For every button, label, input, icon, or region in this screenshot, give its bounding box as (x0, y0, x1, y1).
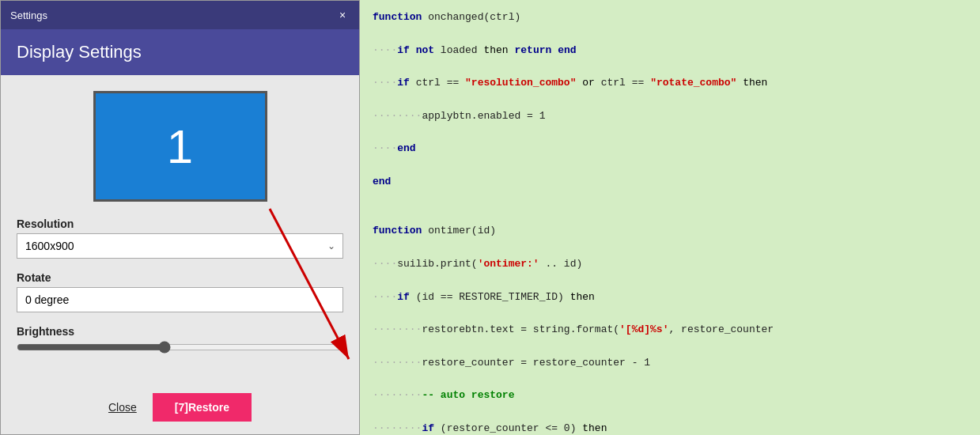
settings-body: 1 Resolution 1600x900 1920x1080 1280x720… (1, 75, 359, 380)
brightness-slider[interactable] (17, 341, 343, 354)
code-line: ········restorebtn.text = string.format(… (373, 322, 967, 339)
code-line: function ontimer(id) (373, 223, 967, 240)
brightness-label: Brightness (17, 325, 343, 338)
code-editor: function onchanged(ctrl) ····if not load… (360, 0, 980, 435)
code-line: function onchanged(ctrl) (373, 9, 967, 26)
code-line: ····if not loaded then return end (373, 43, 967, 59)
window-close-button[interactable]: × (335, 8, 350, 22)
resolution-field-group: Resolution 1600x900 1920x1080 1280x720 1… (17, 218, 343, 259)
resolution-select-container: 1600x900 1920x1080 1280x720 1024x768 ⌄ (17, 233, 343, 259)
close-button[interactable]: Close (108, 401, 137, 414)
rotate-field-group: Rotate (17, 271, 343, 312)
code-line: ········applybtn.enabled = 1 (373, 108, 967, 125)
settings-footer: Close [7]Restore (1, 380, 359, 434)
code-line: ····end (373, 141, 967, 157)
code-line: ········-- auto restore (373, 388, 967, 404)
rotate-label: Rotate (17, 271, 343, 284)
monitor-number: 1 (167, 119, 193, 174)
rotate-input[interactable] (17, 287, 343, 312)
code-line: end (373, 174, 967, 191)
code-line: ········if (restore_counter <= 0) then (373, 421, 967, 435)
restore-button[interactable]: [7]Restore (153, 393, 252, 422)
dialog-title: Settings (10, 9, 47, 21)
code-line: ····if ctrl == "resolution_combo" or ctr… (373, 75, 967, 92)
settings-dialog: Settings × Display Settings 1 Resolution… (0, 0, 360, 435)
title-bar: Settings × (1, 1, 359, 29)
settings-title: Display Settings (17, 42, 142, 62)
monitor-preview: 1 (17, 91, 343, 202)
code-line: ····suilib.print('ontimer:' .. id) (373, 256, 967, 273)
monitor-display: 1 (93, 91, 267, 202)
settings-header: Display Settings (1, 29, 359, 75)
resolution-select[interactable]: 1600x900 1920x1080 1280x720 1024x768 (17, 233, 343, 259)
code-line: ····if (id == RESTORE_TIMER_ID) then (373, 289, 967, 306)
code-line: ········restore_counter = restore_counte… (373, 355, 967, 372)
brightness-field-group: Brightness (17, 325, 343, 354)
code-content: function onchanged(ctrl) ····if not load… (360, 3, 980, 435)
resolution-label: Resolution (17, 218, 343, 230)
